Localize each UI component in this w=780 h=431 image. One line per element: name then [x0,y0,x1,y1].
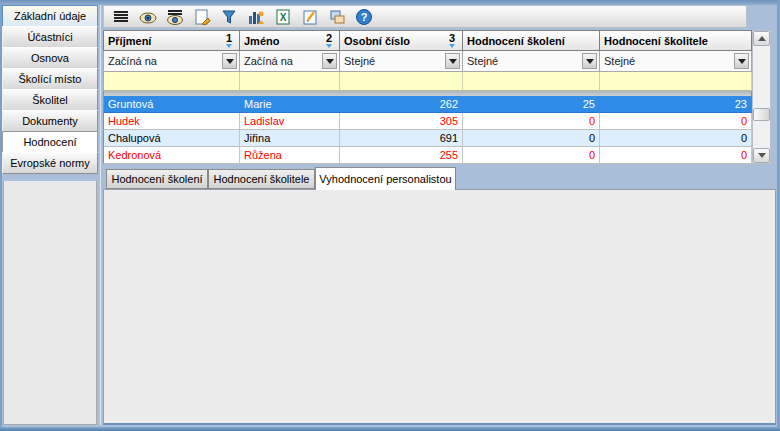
scrollbar-thumb[interactable] [753,108,770,121]
cell-hodnoceni-skoleni[interactable]: 0 [463,113,600,130]
filter-operator-prijmeni[interactable]: Začíná na [103,51,240,72]
cell-prijmeni[interactable]: Gruntová [103,96,240,113]
sort-arrow-icon [226,44,232,48]
cell-jmeno[interactable]: Jiřina [240,130,340,147]
sidebar-item-zakladni-udaje[interactable]: Základní údaje [2,5,98,27]
cell-osobni-cislo[interactable]: 262 [340,96,463,113]
edit-icon[interactable] [300,7,320,27]
chevron-down-icon [449,59,457,64]
sort-indicator: 3 [446,33,458,48]
sidebar-item-osnova[interactable]: Osnova [2,47,98,69]
column-header-hodnoceni-skolitele[interactable]: Hodnocení školitele [600,30,752,51]
cell-jmeno[interactable]: Ladislav [240,113,340,130]
sort-arrow-icon [326,44,332,48]
note-edit-icon[interactable] [192,7,212,27]
scroll-down-button[interactable] [753,148,770,163]
cell-jmeno[interactable]: Růžena [240,147,340,164]
preview-icon[interactable] [138,7,158,27]
filter-input-hodnoceni-skolitele[interactable] [600,72,752,91]
sort-indicator: 1 [223,33,235,48]
filter-operator-osobni-cislo[interactable]: Stejné [340,51,463,72]
table-row[interactable]: Chalupová Jiřina 691 0 0 [103,130,752,147]
sidebar-empty-panel [3,181,97,425]
sidebar-item-evropske-normy[interactable]: Evropské normy [2,152,98,174]
tab-vyhodnoceni-personalistou[interactable]: Vyhodnocení personalistou [315,167,456,190]
dropdown-button[interactable] [322,53,337,69]
dropdown-button[interactable] [222,53,237,69]
table-row[interactable]: Kedronová Růžena 255 0 0 [103,147,752,164]
sort-indicator: 2 [323,33,335,48]
sidebar-item-dokumenty[interactable]: Dokumenty [2,110,98,132]
content-divider [100,5,101,425]
svg-text:?: ? [361,11,368,23]
filter-input-osobni-cislo[interactable] [340,72,463,91]
dropdown-button[interactable] [445,53,460,69]
cell-prijmeni[interactable]: Kedronová [103,147,240,164]
cell-hodnoceni-skoleni[interactable]: 0 [463,130,600,147]
chevron-down-icon [326,59,334,64]
excel-export-icon[interactable]: X [273,7,293,27]
cell-prijmeni[interactable]: Hudek [103,113,240,130]
app-window: Základní údaje Účastníci Osnova Školící … [0,0,780,431]
cell-osobni-cislo[interactable]: 691 [340,130,463,147]
sidebar-item-skolici-misto[interactable]: Školící místo [2,68,98,90]
column-label: Jméno [244,35,279,47]
column-header-hodnoceni-skoleni[interactable]: Hodnocení školení [463,30,600,51]
evaluation-panel [103,189,776,425]
copy-icon[interactable] [327,7,347,27]
table-row[interactable]: Gruntová Marie 262 25 23 [103,96,752,113]
cell-hodnoceni-skoleni[interactable]: 25 [463,96,600,113]
column-header-jmeno[interactable]: Jméno 2 [240,30,340,51]
column-label: Příjmení [108,35,151,47]
eye-rows-icon[interactable] [165,7,185,27]
tab-hodnoceni-skolitele[interactable]: Hodnocení školitele [208,169,315,189]
sidebar-item-skolitel[interactable]: Školitel [2,89,98,111]
cell-hodnoceni-skolitele[interactable]: 0 [600,130,752,147]
filter-operator-label: Stejné [344,55,375,67]
chevron-down-icon [586,59,594,64]
employee-grid: Příjmení 1 Jméno 2 Osobní číslo 3 Hodnoc… [103,30,752,164]
filter-operator-hodnoceni-skolitele[interactable]: Stejné [600,51,752,72]
window-bottom-border [0,427,780,431]
cell-hodnoceni-skolitele[interactable]: 0 [600,147,752,164]
tab-hodnoceni-skoleni[interactable]: Hodnocení školení [106,169,208,189]
dropdown-button[interactable] [582,53,597,69]
cell-hodnoceni-skolitele[interactable]: 23 [600,96,752,113]
sidebar-item-hodnoceni[interactable]: Hodnocení [2,131,98,153]
grid-filter-input-row [103,72,752,91]
column-label: Hodnocení školitele [604,35,708,47]
cell-hodnoceni-skolitele[interactable]: 0 [600,113,752,130]
filter-operator-hodnoceni-skoleni[interactable]: Stejné [463,51,600,72]
chevron-down-icon [226,59,234,64]
sidebar-item-ucastnici[interactable]: Účastníci [2,26,98,48]
filter-operator-label: Začíná na [244,55,293,67]
filter-input-hodnoceni-skoleni[interactable] [463,72,600,91]
grid-header-row: Příjmení 1 Jméno 2 Osobní číslo 3 Hodnoc… [103,30,752,51]
cell-jmeno[interactable]: Marie [240,96,340,113]
scroll-up-button[interactable] [753,31,770,46]
column-header-prijmeni[interactable]: Příjmení 1 [103,30,240,51]
dropdown-button[interactable] [734,53,749,69]
grid-vertical-scrollbar[interactable] [752,30,771,164]
column-label: Hodnocení školení [467,35,565,47]
cell-prijmeni[interactable]: Chalupová [103,130,240,147]
column-label: Osobní číslo [344,35,410,47]
toolbar: X ? [103,5,747,28]
chart-person-icon[interactable] [246,7,266,27]
sort-arrow-icon [449,44,455,48]
grid-filter-operator-row: Začíná na Začíná na Stejné Stejné Stejné [103,51,752,72]
filter-input-prijmeni[interactable] [103,72,240,91]
filter-operator-jmeno[interactable]: Začíná na [240,51,340,72]
help-icon[interactable]: ? [354,7,374,27]
table-row[interactable]: Hudek Ladislav 305 0 0 [103,113,752,130]
filter-icon[interactable] [219,7,239,27]
cell-osobni-cislo[interactable]: 305 [340,113,463,130]
arrow-up-icon [758,36,766,41]
cell-osobni-cislo[interactable]: 255 [340,147,463,164]
rows-icon[interactable] [111,7,131,27]
column-header-osobni-cislo[interactable]: Osobní číslo 3 [340,30,463,51]
filter-operator-label: Začíná na [108,55,157,67]
cell-hodnoceni-skoleni[interactable]: 0 [463,147,600,164]
filter-input-jmeno[interactable] [240,72,340,91]
sidebar: Základní údaje Účastníci Osnova Školící … [2,5,98,174]
